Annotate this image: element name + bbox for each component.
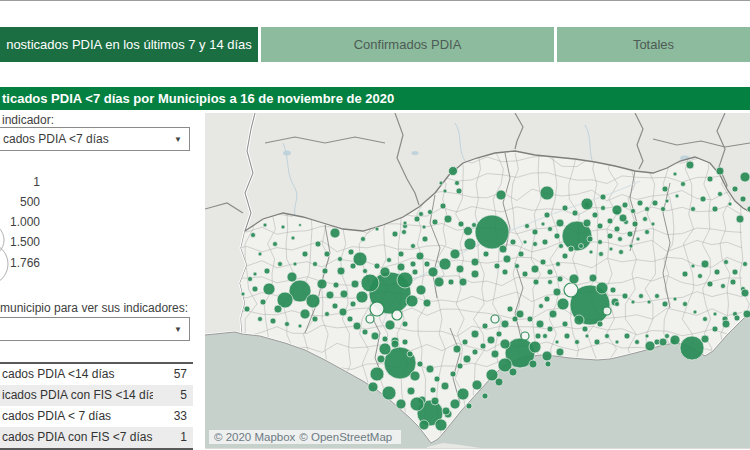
municipality-bubble[interactable]	[607, 218, 613, 224]
municipality-bubble[interactable]	[541, 222, 545, 226]
municipality-bubble[interactable]	[556, 219, 564, 227]
mapbox-link[interactable]: © 2020 Mapbox	[214, 431, 295, 443]
municipality-bubble[interactable]	[529, 341, 541, 353]
municipality-bubble[interactable]	[430, 387, 436, 393]
municipality-bubble[interactable]	[422, 225, 426, 229]
table-row[interactable]: cados PDIA con FIS <7 días 1	[0, 427, 193, 448]
municipality-bubble[interactable]	[322, 268, 328, 274]
municipality-bubble[interactable]	[293, 262, 297, 266]
municipality-bubble[interactable]	[396, 399, 406, 409]
municipality-bubble[interactable]	[583, 219, 591, 227]
municipality-bubble[interactable]	[637, 200, 643, 206]
tab-diagnosticados-pdia[interactable]: nosticados PDIA en los últimos 7 y 14 dí…	[0, 27, 258, 62]
municipality-bubble[interactable]	[407, 351, 413, 357]
municipality-bubble[interactable]	[736, 215, 744, 223]
municipality-bubble[interactable]	[698, 274, 703, 279]
municipality-bubble[interactable]	[407, 387, 415, 395]
municipality-bubble[interactable]	[419, 212, 424, 217]
municipality-bubble[interactable]	[298, 324, 302, 328]
municipality-bubble[interactable]	[603, 307, 611, 315]
municipality-bubble[interactable]	[371, 332, 379, 340]
municipality-bubble[interactable]	[548, 227, 553, 232]
municipality-bubble[interactable]	[707, 176, 713, 182]
municipality-bubble[interactable]	[337, 267, 345, 275]
municipality-bubble[interactable]	[615, 340, 619, 344]
municipality-bubble[interactable]	[480, 343, 486, 349]
municipality-bubble[interactable]	[472, 223, 477, 228]
municipality-bubble[interactable]	[448, 279, 454, 285]
municipality-bubble[interactable]	[391, 340, 399, 348]
municipality-bubble[interactable]	[547, 326, 553, 332]
municipality-bubble[interactable]	[501, 320, 509, 328]
municipality-bubble[interactable]	[432, 219, 438, 225]
municipality-bubble[interactable]	[419, 420, 429, 430]
municipality-bubble[interactable]	[600, 194, 606, 200]
municipality-bubble[interactable]	[258, 317, 263, 322]
municipality-bubble[interactable]	[596, 282, 608, 294]
municipality-bubble[interactable]	[622, 202, 628, 208]
municipality-bubble[interactable]	[533, 279, 539, 285]
municipality-bubble[interactable]	[619, 214, 627, 222]
municipality-bubble[interactable]	[457, 388, 469, 400]
municipality-bubble[interactable]	[457, 363, 463, 369]
municipality-bubble[interactable]	[459, 278, 467, 286]
municipality-bubble[interactable]	[587, 236, 593, 242]
municipality-bubble[interactable]	[574, 315, 584, 325]
municipality-bubble[interactable]	[542, 239, 548, 245]
municipality-bubble[interactable]	[332, 303, 338, 309]
municipality-bubble[interactable]	[594, 339, 600, 345]
municipality-bubble[interactable]	[718, 192, 723, 197]
municipality-bubble[interactable]	[370, 367, 384, 381]
municipality-bubble[interactable]	[545, 361, 551, 367]
municipality-bubble[interactable]	[509, 368, 517, 376]
municipality-bubble[interactable]	[655, 294, 660, 299]
municipality-bubble[interactable]	[564, 283, 578, 297]
municipality-bubble[interactable]	[439, 181, 443, 185]
municipality-bubble[interactable]	[462, 339, 468, 345]
tab-confirmados-pdia[interactable]: Confirmados PDIA	[261, 27, 554, 62]
municipality-bubble[interactable]	[299, 224, 302, 227]
municipality-bubble[interactable]	[482, 393, 488, 399]
municipality-bubble[interactable]	[712, 326, 718, 332]
municipality-bubble[interactable]	[450, 399, 460, 409]
municipality-bubble[interactable]	[559, 244, 564, 249]
municipality-bubble[interactable]	[564, 333, 570, 339]
municipality-bubble[interactable]	[398, 251, 404, 257]
municipality-bubble[interactable]	[456, 265, 464, 273]
municipality-bubble[interactable]	[636, 237, 640, 241]
municipality-bubble[interactable]	[241, 292, 245, 296]
municipality-bubble[interactable]	[434, 376, 440, 382]
municipality-bubble[interactable]	[579, 244, 584, 249]
municipality-bubble[interactable]	[645, 207, 650, 212]
municipality-bubble[interactable]	[665, 334, 670, 339]
municipality-bubble[interactable]	[525, 224, 530, 229]
municipality-bubble[interactable]	[635, 340, 640, 345]
municipality-bubble[interactable]	[402, 321, 408, 327]
municipality-bubble[interactable]	[643, 217, 648, 222]
municipality-bubble[interactable]	[392, 231, 398, 237]
municipality-bubble[interactable]	[614, 226, 620, 232]
municipality-bubble[interactable]	[441, 382, 449, 390]
municipality-bubble[interactable]	[728, 202, 732, 206]
municipality-bubble[interactable]	[622, 293, 628, 299]
municipality-bubble[interactable]	[428, 210, 433, 215]
municipality-bubble[interactable]	[278, 262, 283, 267]
municipality-bubble[interactable]	[700, 196, 706, 202]
municipality-bubble[interactable]	[544, 212, 550, 218]
municipality-bubble[interactable]	[569, 274, 579, 284]
municipality-bubble[interactable]	[410, 371, 420, 381]
municipality-bubble[interactable]	[416, 252, 424, 260]
municipality-bubble[interactable]	[610, 287, 616, 293]
municipality-bubble[interactable]	[732, 269, 738, 275]
municipality-bubble[interactable]	[618, 237, 623, 242]
municipality-bubble[interactable]	[556, 262, 561, 267]
municipality-bubble[interactable]	[572, 210, 578, 216]
municipality-bubble[interactable]	[554, 233, 560, 239]
municipality-bubble[interactable]	[502, 269, 508, 275]
municipality-bubble[interactable]	[353, 322, 361, 330]
municipality-bubble[interactable]	[440, 203, 446, 209]
municipality-bubble[interactable]	[609, 247, 613, 251]
municipality-bubble[interactable]	[411, 244, 416, 249]
municipality-bubble[interactable]	[682, 271, 688, 277]
municipality-bubble[interactable]	[639, 294, 644, 299]
